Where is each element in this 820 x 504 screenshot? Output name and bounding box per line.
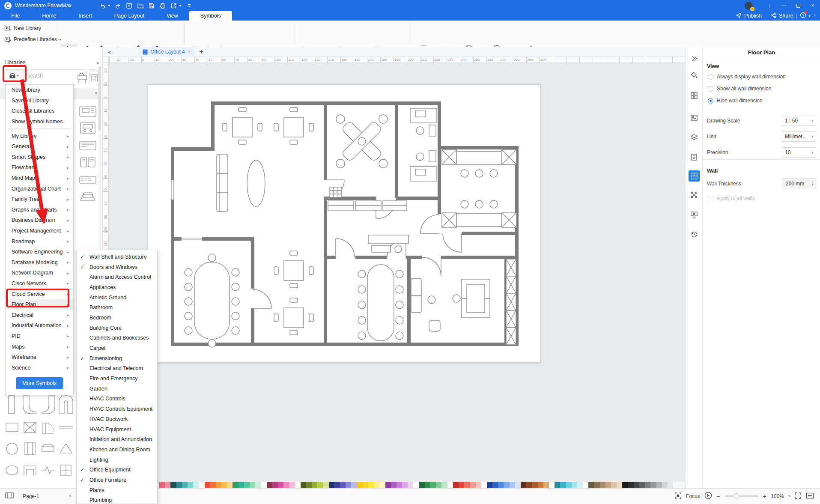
color-swatch[interactable]	[459, 482, 464, 488]
color-swatch[interactable]	[233, 482, 238, 488]
presentation-icon[interactable]	[689, 209, 700, 220]
color-swatch[interactable]	[334, 482, 340, 488]
minimize-button[interactable]	[776, 0, 791, 11]
submenu-item-wall-shell-and-structure[interactable]: ✓Wall Shell and Structure	[77, 252, 157, 262]
color-swatch[interactable]	[159, 482, 165, 488]
collapse-panel-icon[interactable]: «	[96, 59, 99, 66]
color-swatch[interactable]	[351, 482, 357, 488]
color-swatch[interactable]	[634, 482, 639, 488]
color-swatch[interactable]	[267, 482, 272, 488]
transform-icon[interactable]	[689, 189, 700, 200]
submenu-item-hvac-ductwork[interactable]: HVAC Ductwork	[77, 414, 157, 424]
maximize-button[interactable]	[791, 0, 805, 11]
color-swatch[interactable]	[295, 482, 301, 488]
menu-item-science[interactable]: Science▸	[6, 362, 73, 373]
color-swatch[interactable]	[182, 482, 188, 488]
submenu-item-cabinets-and-bookcases[interactable]: Cabinets and Bookcases	[77, 333, 157, 343]
submenu-item-hvac-equipment[interactable]: HVAC Equipment	[77, 424, 157, 435]
menu-item-my-library[interactable]: My Library▸	[6, 131, 73, 141]
collapse-quickbar-icon[interactable]	[184, 1, 195, 10]
symbol-thumbnail[interactable]	[3, 419, 21, 438]
submenu-item-building-core[interactable]: Building Core	[77, 323, 157, 333]
color-swatch[interactable]	[216, 482, 221, 488]
tab-insert[interactable]: Insert	[68, 11, 103, 21]
color-swatch[interactable]	[261, 482, 266, 488]
submenu-item-fire-and-emergency[interactable]: Fire and Emergency	[77, 373, 157, 384]
menu-item-database-modeling[interactable]: Database Modeling▸	[6, 257, 73, 268]
image-icon[interactable]	[689, 112, 700, 123]
submenu-item-alarm-and-access-control[interactable]: Alarm and Access Control	[77, 272, 157, 282]
radio-checked-icon[interactable]	[708, 98, 713, 104]
color-swatch[interactable]	[600, 482, 605, 488]
stepper-arrows-icon[interactable]: ▲▼	[811, 181, 814, 186]
symbol-thumbnail[interactable]	[39, 395, 57, 416]
color-swatch[interactable]	[510, 482, 515, 488]
color-swatch[interactable]	[188, 482, 193, 488]
focus-icon[interactable]	[674, 492, 682, 501]
color-swatch[interactable]	[515, 482, 521, 488]
color-swatch[interactable]	[611, 482, 617, 488]
submenu-item-hvac-controls[interactable]: HVAC Controls	[77, 394, 157, 404]
submenu-item-plants[interactable]: Plants	[77, 485, 157, 495]
menu-item-flowchart[interactable]: Flowchart▸	[6, 162, 73, 173]
color-swatch[interactable]	[605, 482, 611, 488]
color-swatch[interactable]	[278, 482, 283, 488]
menu-item-maps[interactable]: Maps▸	[6, 341, 73, 352]
zoom-in-button[interactable]: +	[763, 492, 767, 500]
symbol-thumbnail[interactable]	[57, 462, 75, 480]
radio-option-hide-wall-dimension[interactable]: Hide wall dimension	[708, 98, 763, 104]
dropdown-drawing-scale[interactable]: 1 : 50▾	[782, 116, 816, 126]
submenu-item-hvac-controls-equipment[interactable]: HVAC Controls Equipment	[77, 404, 157, 414]
menu-item-business-diagram[interactable]: Business Diagram▸	[6, 215, 73, 226]
menu-item-organizational-chart[interactable]: Organizational Chart▸	[6, 183, 73, 194]
symbol-thumbnail[interactable]	[78, 104, 98, 121]
symbol-thumbnail[interactable]	[39, 440, 57, 459]
help-caret-icon[interactable]: ▾	[809, 14, 811, 18]
submenu-item-bathroom[interactable]: Bathroom	[77, 302, 157, 313]
dropdown-unit[interactable]: Millimet...▾	[782, 131, 816, 142]
tab-home[interactable]: Home	[31, 11, 67, 21]
export-button[interactable]	[168, 1, 179, 10]
undo-button[interactable]	[97, 1, 108, 10]
color-swatch[interactable]	[628, 482, 634, 488]
symbol-thumbnail[interactable]	[78, 138, 98, 155]
layers-icon[interactable]	[689, 132, 700, 143]
color-swatch[interactable]	[566, 482, 572, 488]
user-avatar[interactable]: ✓	[745, 2, 753, 10]
color-swatch[interactable]	[436, 482, 441, 488]
color-swatch[interactable]	[408, 482, 413, 488]
save-button[interactable]	[146, 1, 157, 10]
color-swatch[interactable]	[346, 482, 351, 488]
symbol-thumbnail[interactable]	[21, 462, 39, 480]
menu-item-industrial-automation[interactable]: Industrial Automation▸	[6, 320, 73, 331]
color-swatch[interactable]	[538, 482, 543, 488]
symbol-thumbnail[interactable]	[21, 440, 39, 459]
symbol-thumbnail[interactable]	[39, 462, 57, 480]
layout-grid-icon[interactable]	[689, 90, 700, 101]
menu-item-cisco-network[interactable]: Cisco Network▸	[6, 278, 73, 289]
submenu-item-doors-and-windows[interactable]: ✓Doors and Windows	[77, 262, 157, 272]
menu-item-project-management[interactable]: Project Management▸	[6, 226, 73, 236]
document-tab[interactable]: Office Layout 4 ×	[139, 47, 194, 57]
submenu-item-plumbing[interactable]: Plumbing	[77, 495, 157, 504]
symbol-thumbnail[interactable]	[3, 462, 21, 480]
menu-item-close-all-libraries[interactable]: Close All Libraries	[6, 106, 73, 116]
color-swatch[interactable]	[521, 482, 526, 488]
color-swatch[interactable]	[239, 482, 244, 488]
color-swatch[interactable]	[645, 482, 650, 488]
symbol-thumbnail[interactable]	[21, 419, 39, 438]
color-swatch[interactable]	[549, 482, 555, 488]
zoom-level[interactable]: 100%	[771, 493, 784, 499]
floor-plan-panel-icon[interactable]	[689, 170, 700, 182]
submenu-item-athletic-ground[interactable]: Athletic Ground	[77, 292, 157, 303]
color-swatch[interactable]	[555, 482, 560, 488]
color-swatch[interactable]	[301, 482, 306, 488]
publish-button[interactable]: Publish	[744, 13, 762, 19]
color-swatch[interactable]	[221, 482, 227, 488]
new-library-button[interactable]: New Library	[4, 25, 41, 32]
symbol-thumbnail[interactable]	[3, 440, 21, 459]
color-swatch[interactable]	[419, 482, 425, 488]
submenu-item-office-furniture[interactable]: ✓Office Furniture	[77, 475, 157, 485]
new-tab-button[interactable]: +	[199, 48, 203, 56]
submenu-item-office-equipment[interactable]: ✓Office Equipment	[77, 465, 157, 475]
